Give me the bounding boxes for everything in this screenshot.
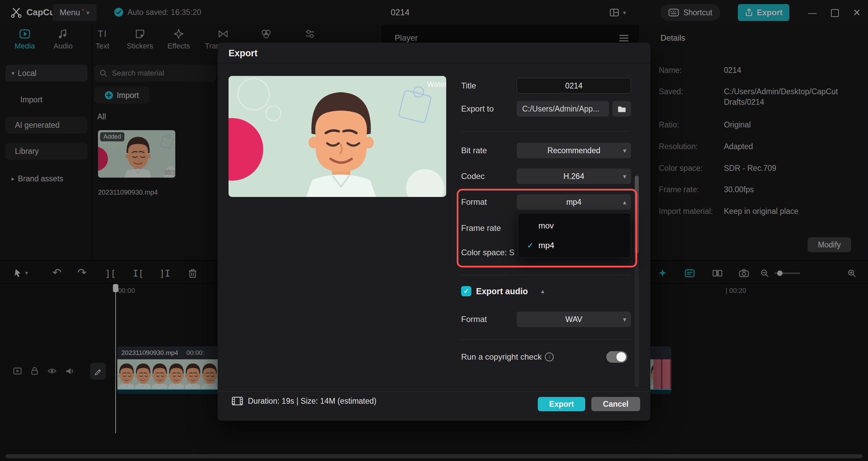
export-to-path[interactable]: C:/Users/Admin/App... (517, 101, 609, 117)
capcut-window: CapCut Menu • ▾ Auto saved: 16:35:20 021… (0, 0, 868, 461)
codec-label: Codec (461, 168, 485, 184)
check-icon: ✓ (527, 241, 538, 250)
bit-rate-select[interactable]: Recommended ▾ (517, 143, 631, 158)
format-select[interactable]: mp4 ▴ (517, 194, 631, 210)
title-input[interactable] (517, 78, 631, 94)
chevron-up-icon: ▴ (623, 198, 626, 206)
dialog-scrollbar-track[interactable] (635, 176, 639, 387)
dialog-title: Export (229, 48, 258, 59)
audio-format-select[interactable]: WAV ▾ (517, 312, 631, 327)
export-to-label: Export to (461, 101, 494, 117)
export-info: Duration: 19s | Size: 14M (estimated) (232, 396, 376, 406)
info-icon: i (545, 353, 554, 361)
folder-icon (617, 105, 627, 113)
export-audio-checkbox[interactable]: ✓ (461, 286, 471, 296)
frame-rate-label: Frame rate (461, 220, 501, 236)
copyright-check-label: Run a copyright check i (461, 349, 554, 365)
codec-select[interactable]: H.264 ▾ (517, 168, 631, 184)
export-confirm-button[interactable]: Export (538, 397, 585, 411)
cancel-button[interactable]: Cancel (591, 397, 640, 411)
export-preview: Watermark (229, 76, 446, 197)
dialog-scrollbar-thumb[interactable] (635, 176, 639, 254)
chevron-down-icon: ▾ (623, 173, 626, 180)
chevron-down-icon: ▾ (623, 147, 626, 155)
audio-format-label: Format (461, 312, 487, 327)
format-dropdown-menu: mov ✓ mp4 (518, 213, 631, 258)
browse-folder-button[interactable] (612, 101, 631, 117)
film-icon (232, 396, 243, 406)
title-label: Title (461, 78, 476, 94)
format-option-mp4[interactable]: ✓ mp4 (518, 236, 631, 255)
bit-rate-label: Bit rate (461, 143, 487, 158)
copyright-check-toggle[interactable] (606, 351, 627, 363)
export-preview-art (229, 76, 446, 197)
export-audio-label: Export audio (476, 283, 528, 299)
color-space-label: Color space: S (461, 245, 514, 260)
format-label: Format (461, 194, 487, 210)
toggle-knob (616, 352, 626, 362)
watermark-label: Watermark (427, 80, 446, 89)
chevron-down-icon: ▾ (623, 316, 626, 323)
format-option-mov[interactable]: mov (518, 216, 631, 236)
collapse-audio-icon[interactable]: ▴ (541, 283, 544, 299)
